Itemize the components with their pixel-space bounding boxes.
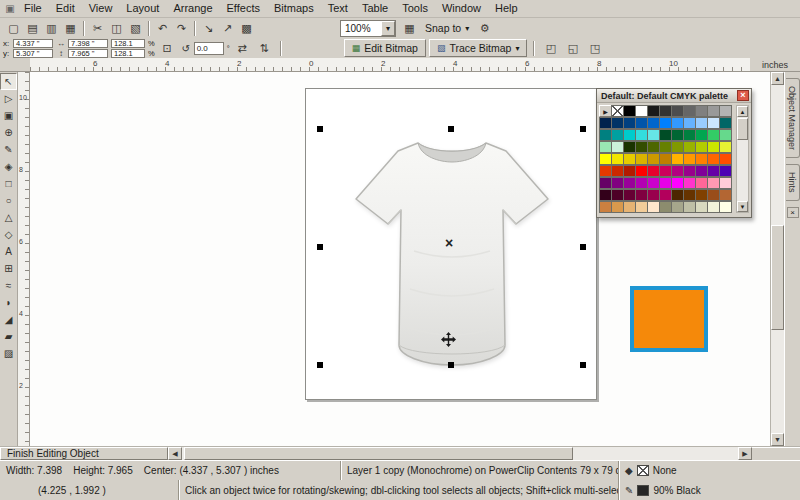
lock-ratio-button[interactable]: ⊡ (158, 39, 177, 57)
scroll-down-icon[interactable]: ▼ (737, 201, 748, 212)
snap-to-button[interactable]: Snap to ▾ (419, 20, 475, 37)
snap-grid-icon[interactable]: ▦ (400, 19, 419, 37)
menu-text[interactable]: Text (321, 0, 355, 17)
horizontal-ruler[interactable]: 6420246810 (30, 58, 750, 72)
close-icon[interactable]: × (737, 90, 749, 101)
table-tool[interactable]: ⊞ (0, 260, 17, 277)
import-icon[interactable]: ↘ (199, 19, 218, 37)
selection-handle[interactable] (317, 362, 323, 368)
crop-tool[interactable]: ▣ (0, 107, 17, 124)
horizontal-scroll-thumb[interactable] (184, 447, 573, 460)
menu-file[interactable]: File (17, 0, 49, 17)
scale-h-input[interactable]: 128.1 (111, 39, 145, 48)
scroll-down-icon[interactable]: ▼ (771, 433, 784, 446)
menu-window[interactable]: Window (435, 0, 488, 17)
palette-swatch[interactable] (719, 105, 732, 117)
redo-icon[interactable]: ↷ (172, 19, 191, 37)
width-input[interactable]: 7.398 " (68, 39, 108, 48)
drawing-canvas[interactable]: × Default: Default CMYK palette × ▶ ▲ ▼ (30, 72, 770, 446)
undo-icon[interactable]: ↶ (153, 19, 172, 37)
menu-help[interactable]: Help (488, 0, 525, 17)
shape-tool[interactable]: ▷ (0, 90, 17, 107)
palette-titlebar[interactable]: Default: Default CMYK palette × (597, 89, 751, 103)
rectangle-tool[interactable]: □ (0, 175, 17, 192)
horizontal-scroll-track[interactable] (182, 447, 738, 460)
menu-table[interactable]: Table (355, 0, 395, 17)
open-icon[interactable]: ▤ (23, 19, 42, 37)
rotation-angle-input[interactable]: 0.0 (194, 42, 224, 55)
y-position-input[interactable]: 5.307 " (13, 49, 53, 58)
eyedropper-tool[interactable]: ◗ (0, 294, 17, 311)
menu-tools[interactable]: Tools (395, 0, 435, 17)
menu-effects[interactable]: Effects (220, 0, 267, 17)
resample-bitmap-icon[interactable]: ◱ (563, 39, 582, 57)
print-icon[interactable]: ▦ (61, 19, 80, 37)
scale-v-input[interactable]: 128.1 (111, 49, 145, 58)
menu-arrange[interactable]: Arrange (166, 0, 219, 17)
selection-handle[interactable] (317, 126, 323, 132)
scroll-left-icon[interactable]: ◀ (168, 447, 182, 460)
fill-color-swatch[interactable] (637, 465, 649, 476)
bitmap-mode-icon[interactable]: ◳ (585, 39, 604, 57)
outline-color-swatch[interactable] (637, 485, 649, 496)
finish-editing-object-button[interactable]: Finish Editing Object (0, 447, 168, 460)
interactive-blend-tool[interactable]: ≈ (0, 277, 17, 294)
mirror-horizontal-button[interactable]: ⇄ (233, 39, 252, 57)
docker-close-icon[interactable]: × (787, 207, 799, 218)
outline-pen-tool[interactable]: ◢ (0, 311, 17, 328)
palette-swatch[interactable] (719, 189, 732, 201)
palette-scroll-track[interactable] (737, 117, 748, 201)
vertical-scroll-track[interactable] (771, 85, 784, 433)
selection-handle[interactable] (580, 244, 586, 250)
polygon-tool[interactable]: △ (0, 209, 17, 226)
selection-handle[interactable] (448, 362, 454, 368)
selection-handle[interactable] (580, 362, 586, 368)
freehand-tool[interactable]: ✎ (0, 141, 17, 158)
cut-icon[interactable]: ✂ (88, 19, 107, 37)
zoom-dropdown-icon[interactable]: ▾ (381, 21, 395, 36)
copy-icon[interactable]: ◫ (107, 19, 126, 37)
palette-swatch[interactable] (719, 153, 732, 165)
zoom-combobox[interactable]: 100% ▾ (340, 20, 396, 37)
palette-swatch[interactable] (719, 141, 732, 153)
ellipse-tool[interactable]: ○ (0, 192, 17, 209)
vertical-scrollbar[interactable]: ▲ ▼ (770, 72, 784, 446)
selection-handle[interactable] (580, 126, 586, 132)
mirror-vertical-button[interactable]: ⇅ (255, 39, 274, 57)
docker-tab-hints[interactable]: Hints (786, 164, 800, 201)
edit-bitmap-button[interactable]: ▦ Edit Bitmap (344, 39, 426, 57)
menu-edit[interactable]: Edit (49, 0, 82, 17)
palette-swatch[interactable] (719, 129, 732, 141)
palette-scrollbar[interactable]: ▲ ▼ (736, 105, 749, 213)
trace-bitmap-button[interactable]: ▧ Trace Bitmap ▾ (429, 39, 528, 57)
menu-layout[interactable]: Layout (119, 0, 166, 17)
smart-fill-tool[interactable]: ◈ (0, 158, 17, 175)
application-launcher-icon[interactable]: ▩ (237, 19, 256, 37)
height-input[interactable]: 7.965 " (68, 49, 108, 58)
palette-swatch[interactable] (719, 117, 732, 129)
new-document-icon[interactable]: ▢ (4, 19, 23, 37)
orange-rectangle-object[interactable] (630, 286, 708, 352)
menu-view[interactable]: View (82, 0, 120, 17)
scroll-up-icon[interactable]: ▲ (771, 72, 784, 85)
pick-tool[interactable]: ↖ (0, 73, 17, 90)
docker-tab-object-manager[interactable]: Object Manager (786, 78, 800, 158)
selection-handle[interactable] (317, 244, 323, 250)
paste-icon[interactable]: ▧ (126, 19, 145, 37)
basic-shapes-tool[interactable]: ◇ (0, 226, 17, 243)
interactive-fill-tool[interactable]: ▨ (0, 345, 17, 362)
export-icon[interactable]: ↗ (218, 19, 237, 37)
text-tool[interactable]: A (0, 243, 17, 260)
x-position-input[interactable]: 4.337 " (13, 39, 53, 48)
palette-scroll-thumb[interactable] (737, 118, 748, 140)
scroll-up-icon[interactable]: ▲ (737, 106, 748, 117)
palette-swatch[interactable] (719, 165, 732, 177)
scroll-right-icon[interactable]: ▶ (738, 447, 752, 460)
page[interactable]: × (305, 88, 597, 400)
vertical-scroll-thumb[interactable] (771, 225, 784, 330)
vertical-ruler[interactable]: 108642 (18, 72, 30, 446)
selection-handle[interactable] (448, 126, 454, 132)
options-icon[interactable]: ⚙ (475, 19, 494, 37)
save-icon[interactable]: ▥ (42, 19, 61, 37)
palette-swatch[interactable] (719, 177, 732, 189)
